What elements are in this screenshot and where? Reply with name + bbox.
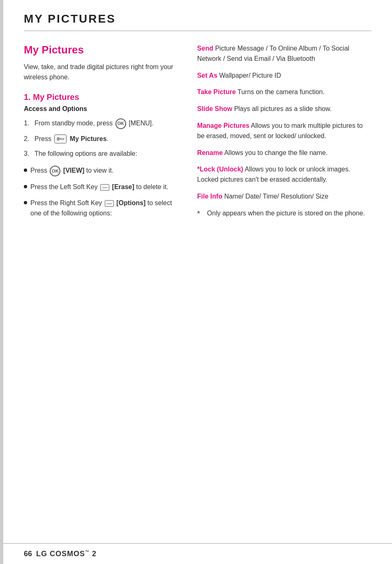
bullet-dot-2 <box>24 185 27 188</box>
ok-icon-step1: OK <box>115 118 126 129</box>
left-column: My Pictures View, take, and trade digita… <box>24 44 181 224</box>
footer-page-number: 66 <box>24 550 32 558</box>
option-rename: Rename Allows you to change the file nam… <box>197 148 371 158</box>
section-description: View, take, and trade digital pictures r… <box>24 62 181 83</box>
step-1-text: From standby mode, press OK [MENU]. <box>35 118 154 129</box>
section-title: My Pictures <box>24 44 181 56</box>
footer-brand-name: LG COSMOS <box>36 550 85 558</box>
left-accent-bar <box>0 0 3 564</box>
bullet-1-bold: [VIEW] <box>63 167 85 174</box>
options-heading: Access and Options <box>24 105 181 113</box>
numbered-steps: 1. From standby mode, press OK [MENU]. 2… <box>24 118 181 159</box>
bullet-3-bold: [Options] <box>116 199 145 206</box>
page-footer: 66 LG COSMOS™ 2 <box>3 543 392 564</box>
footer-brand: LG COSMOS™ 2 <box>36 550 97 558</box>
page-container: MY PICTURES My Pictures View, take, and … <box>0 0 392 564</box>
bullet-2-text: Press the Left Soft Key — [Erase] to del… <box>30 182 168 192</box>
step-2-bold: My Pictures <box>70 135 107 142</box>
right-column: Send Picture Message / To Online Album /… <box>197 44 371 224</box>
option-take-picture-text: Turns on the camera function. <box>238 88 325 95</box>
option-send-text: Picture Message / To Online Album / To S… <box>197 45 349 62</box>
step-3: 3. The following options are available: <box>24 149 181 159</box>
option-slide-show-text: Plays all pictures as a slide show. <box>234 105 332 112</box>
bullet-item-options: Press the Right Soft Key — [Options] to … <box>24 198 181 219</box>
page-header: MY PICTURES <box>24 12 371 31</box>
asterisk-note-text: Only appears when the picture is stored … <box>207 208 365 220</box>
content-wrapper: MY PICTURES My Pictures View, take, and … <box>3 0 392 241</box>
option-file-info: File Info Name/ Date/ Time/ Resolution/ … <box>197 192 371 202</box>
option-file-info-text: Name/ Date/ Time/ Resolution/ Size <box>224 193 328 200</box>
step-2: 2. Press 8tuv My Pictures. <box>24 134 181 144</box>
option-manage-pictures: Manage Pictures Allows you to mark multi… <box>197 121 371 141</box>
option-slide-show: Slide Show Plays all pictures as a slide… <box>197 104 371 114</box>
subsection-title: 1. My Pictures <box>24 92 181 102</box>
left-soft-key-icon: — <box>100 184 109 191</box>
ok-icon-bullet1: OK <box>50 166 60 176</box>
bullet-list: Press OK [VIEW] to view it. Press the Le… <box>24 166 181 218</box>
option-set-as-label: Set As <box>197 72 217 79</box>
bullet-1-text: Press OK [VIEW] to view it. <box>30 166 113 176</box>
two-col-layout: My Pictures View, take, and trade digita… <box>24 44 371 224</box>
right-soft-key-icon: — <box>105 200 114 207</box>
bullet-item-erase: Press the Left Soft Key — [Erase] to del… <box>24 182 181 192</box>
option-file-info-label: File Info <box>197 193 222 200</box>
step-3-text: The following options are available: <box>35 149 137 159</box>
option-set-as: Set As Wallpaper/ Picture ID <box>197 71 371 81</box>
page-header-title: MY PICTURES <box>24 12 371 25</box>
option-lock-unlock: *Lock (Unlock) Allows you to lock or unl… <box>197 164 371 185</box>
step-1-num: 1. <box>24 118 32 129</box>
bullet-2-bold: [Erase] <box>112 183 134 190</box>
option-manage-pictures-label: Manage Pictures <box>197 122 249 129</box>
footer-trademark: ™ <box>85 550 90 554</box>
option-lock-unlock-label: *Lock (Unlock) <box>197 166 243 173</box>
key-8tuv-icon: 8tuv <box>54 134 67 143</box>
option-send: Send Picture Message / To Online Album /… <box>197 44 371 64</box>
option-slide-show-label: Slide Show <box>197 105 232 112</box>
option-send-label: Send <box>197 45 213 52</box>
bullet-dot-1 <box>24 169 27 172</box>
asterisk-symbol: * <box>197 208 203 220</box>
option-take-picture-label: Take Picture <box>197 88 236 95</box>
option-take-picture: Take Picture Turns on the camera functio… <box>197 87 371 97</box>
bullet-item-view: Press OK [VIEW] to view it. <box>24 166 181 176</box>
asterisk-note: * Only appears when the picture is store… <box>197 208 371 220</box>
footer-version: 2 <box>92 550 97 558</box>
step-2-num: 2. <box>24 134 32 144</box>
option-rename-label: Rename <box>197 149 223 156</box>
step-1: 1. From standby mode, press OK [MENU]. <box>24 118 181 129</box>
step-3-num: 3. <box>24 149 32 159</box>
bullet-3-text: Press the Right Soft Key — [Options] to … <box>30 198 181 219</box>
step-2-text: Press 8tuv My Pictures. <box>35 134 108 144</box>
bullet-dot-3 <box>24 201 27 204</box>
option-set-as-text: Wallpaper/ Picture ID <box>219 72 281 79</box>
option-rename-text: Allows you to change the file name. <box>224 149 328 156</box>
